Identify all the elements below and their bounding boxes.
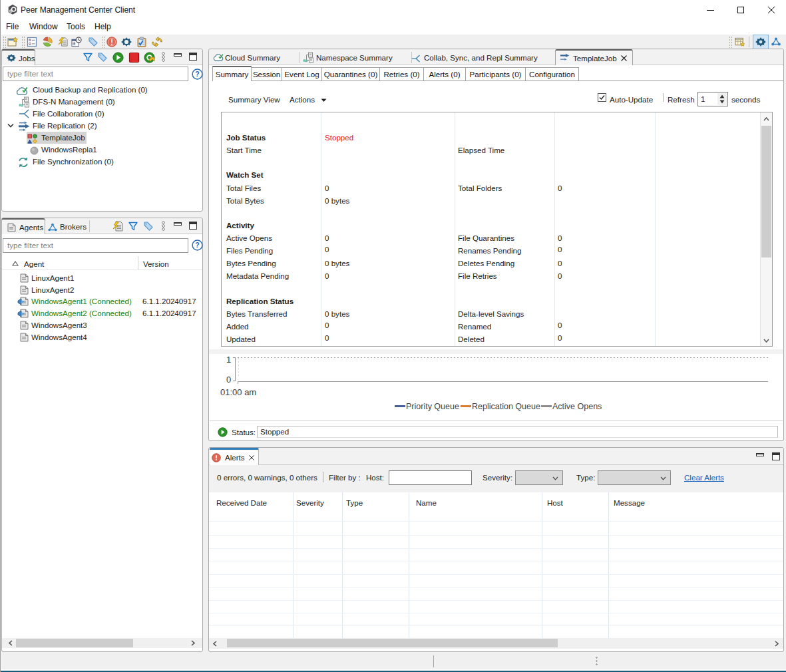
svg-text:12: 12 — [73, 42, 77, 45]
svg-text:?: ? — [195, 70, 199, 78]
svg-text:?: ? — [195, 241, 199, 249]
